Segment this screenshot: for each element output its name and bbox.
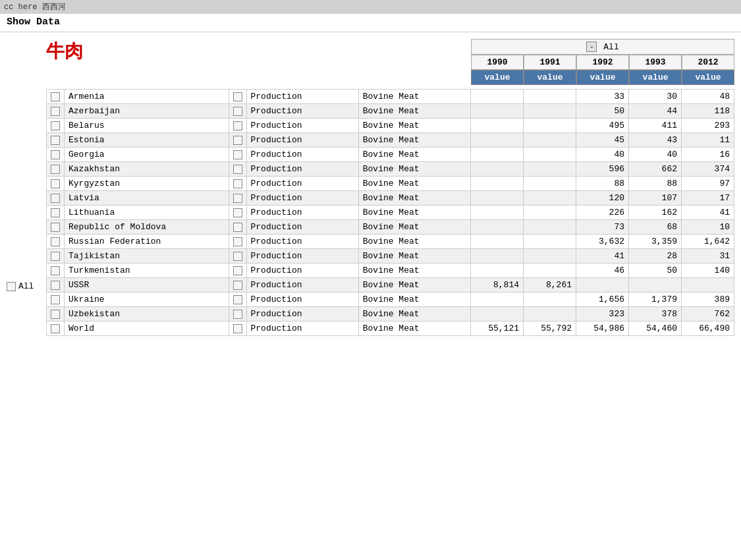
- country-checkbox-9[interactable]: [51, 223, 60, 232]
- num-value: 40: [576, 148, 629, 162]
- element-checkbox-2[interactable]: [233, 121, 242, 130]
- num-value: [524, 206, 576, 220]
- country-name: Lithuania: [65, 206, 229, 220]
- element-checkbox-1[interactable]: [233, 107, 242, 116]
- country-name: Georgia: [65, 148, 229, 162]
- country-checkbox-0[interactable]: [51, 92, 60, 101]
- country-name: Republic of Moldova: [65, 220, 229, 235]
- num-value: 40: [629, 148, 682, 162]
- country-name: Belarus: [65, 119, 229, 133]
- item-name: Bovine Meat: [358, 322, 470, 336]
- num-value: 378: [629, 307, 682, 322]
- top-bar: cc here 西西河: [0, 0, 741, 14]
- country-checkbox-16[interactable]: [51, 324, 60, 333]
- item-name: Bovine Meat: [358, 104, 470, 119]
- num-value: [471, 104, 524, 119]
- num-value: [576, 278, 629, 293]
- num-value: [524, 235, 576, 249]
- element-checkbox-12[interactable]: [233, 266, 242, 275]
- num-value: 1,642: [682, 235, 734, 249]
- element-checkbox-13[interactable]: [233, 281, 242, 290]
- all-minus-button[interactable]: -: [586, 42, 597, 52]
- num-value: 11: [682, 133, 734, 148]
- country-checkbox-2[interactable]: [51, 121, 60, 130]
- num-value: [471, 177, 524, 191]
- country-checkbox-4[interactable]: [51, 150, 60, 159]
- num-value: [471, 162, 524, 177]
- element-checkbox-0[interactable]: [233, 92, 242, 101]
- num-value: [524, 119, 576, 133]
- num-value: [524, 307, 576, 322]
- country-checkbox-12[interactable]: [51, 266, 60, 275]
- num-value: 50: [629, 264, 682, 278]
- num-value: 3,359: [629, 235, 682, 249]
- num-value: [524, 293, 576, 307]
- num-value: 50: [576, 104, 629, 119]
- num-value: 118: [682, 104, 734, 119]
- element-checkbox-16[interactable]: [233, 324, 242, 333]
- country-name: Russian Federation: [65, 235, 229, 249]
- num-value: 55,792: [524, 322, 576, 336]
- num-value: [524, 264, 576, 278]
- title-row: 牛肉 - All 1990 1991 1992 1993 2012: [46, 39, 734, 85]
- item-name: Bovine Meat: [358, 177, 470, 191]
- element-name: Production: [246, 322, 358, 336]
- num-value: [471, 119, 524, 133]
- country-checkbox-15[interactable]: [51, 310, 60, 319]
- num-value: 31: [682, 249, 734, 264]
- num-value: 55,121: [471, 322, 524, 336]
- country-checkbox-6[interactable]: [51, 179, 60, 188]
- all-checkbox-row[interactable]: All: [7, 281, 34, 291]
- all-header-row: - All: [471, 39, 734, 55]
- element-checkbox-5[interactable]: [233, 165, 242, 174]
- element-checkbox-3[interactable]: [233, 136, 242, 145]
- element-name: Production: [246, 235, 358, 249]
- num-value: [471, 133, 524, 148]
- element-checkbox-4[interactable]: [233, 150, 242, 159]
- element-name: Production: [246, 206, 358, 220]
- num-value: [682, 278, 734, 293]
- num-value: 120: [576, 191, 629, 206]
- element-checkbox-14[interactable]: [233, 295, 242, 304]
- num-value: [471, 206, 524, 220]
- element-name: Production: [246, 177, 358, 191]
- country-checkbox-8[interactable]: [51, 208, 60, 217]
- country-checkbox-5[interactable]: [51, 165, 60, 174]
- element-checkbox-6[interactable]: [233, 179, 242, 188]
- country-checkbox-13[interactable]: [51, 281, 60, 290]
- num-value: [629, 278, 682, 293]
- all-main-checkbox[interactable]: [7, 282, 16, 291]
- element-checkbox-8[interactable]: [233, 208, 242, 217]
- table-row: UzbekistanProductionBovine Meat323378762: [47, 307, 734, 322]
- year-1992: 1992: [576, 55, 629, 70]
- data-table: ArmeniaProductionBovine Meat333048Azerba…: [46, 89, 734, 336]
- table-row: Russian FederationProductionBovine Meat3…: [47, 235, 734, 249]
- num-value: 88: [629, 177, 682, 191]
- num-value: [471, 148, 524, 162]
- element-name: Production: [246, 220, 358, 235]
- country-checkbox-11[interactable]: [51, 252, 60, 261]
- country-checkbox-10[interactable]: [51, 237, 60, 246]
- item-name: Bovine Meat: [358, 191, 470, 206]
- country-name: Azerbaijan: [65, 104, 229, 119]
- num-value: [524, 148, 576, 162]
- element-checkbox-15[interactable]: [233, 310, 242, 319]
- num-value: 41: [576, 249, 629, 264]
- num-value: [524, 220, 576, 235]
- element-checkbox-7[interactable]: [233, 194, 242, 203]
- country-checkbox-7[interactable]: [51, 194, 60, 203]
- item-name: Bovine Meat: [358, 162, 470, 177]
- element-checkbox-11[interactable]: [233, 252, 242, 261]
- num-value: [471, 235, 524, 249]
- num-value: 10: [682, 220, 734, 235]
- num-value: 68: [629, 220, 682, 235]
- num-value: 323: [576, 307, 629, 322]
- table-row: KazakhstanProductionBovine Meat596662374: [47, 162, 734, 177]
- num-value: 3,632: [576, 235, 629, 249]
- country-checkbox-3[interactable]: [51, 136, 60, 145]
- element-checkbox-9[interactable]: [233, 223, 242, 232]
- num-value: 43: [629, 133, 682, 148]
- country-checkbox-1[interactable]: [51, 107, 60, 116]
- country-checkbox-14[interactable]: [51, 295, 60, 304]
- element-checkbox-10[interactable]: [233, 237, 242, 246]
